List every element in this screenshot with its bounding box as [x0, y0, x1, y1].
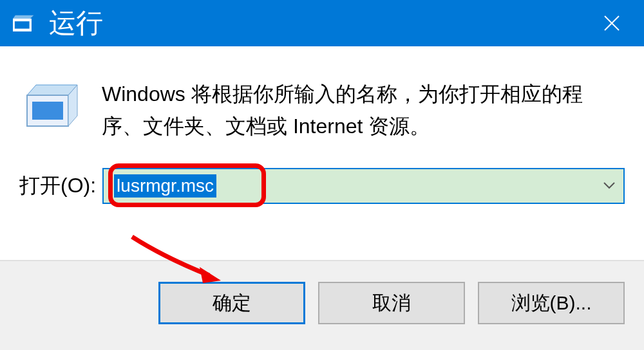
svg-marker-0: [13, 15, 33, 19]
window-title: 运行: [49, 5, 103, 41]
svg-rect-2: [15, 21, 30, 28]
open-label: 打开(O):: [19, 172, 96, 200]
close-button[interactable]: [599, 10, 625, 36]
ok-button[interactable]: 确定: [158, 282, 305, 324]
browse-button[interactable]: 浏览(B)...: [478, 282, 625, 324]
command-value: lusrmgr.msc: [114, 174, 216, 198]
description-text: Windows 将根据你所输入的名称，为你打开相应的程序、文件夹、文档或 Int…: [102, 78, 625, 142]
chevron-down-icon[interactable]: [603, 180, 616, 192]
titlebar: 运行: [0, 0, 644, 46]
open-input-row: 打开(O): lusrmgr.msc: [19, 168, 625, 204]
run-dialog-icon: [13, 14, 37, 33]
run-icon: [24, 84, 82, 132]
button-bar: 确定 取消 浏览(B)...: [0, 260, 644, 350]
svg-rect-7: [32, 102, 63, 120]
dialog-body: Windows 将根据你所输入的名称，为你打开相应的程序、文件夹、文档或 Int…: [0, 46, 644, 243]
description-row: Windows 将根据你所输入的名称，为你打开相应的程序、文件夹、文档或 Int…: [19, 78, 625, 142]
command-combobox[interactable]: lusrmgr.msc: [102, 168, 625, 204]
cancel-button[interactable]: 取消: [318, 282, 465, 324]
